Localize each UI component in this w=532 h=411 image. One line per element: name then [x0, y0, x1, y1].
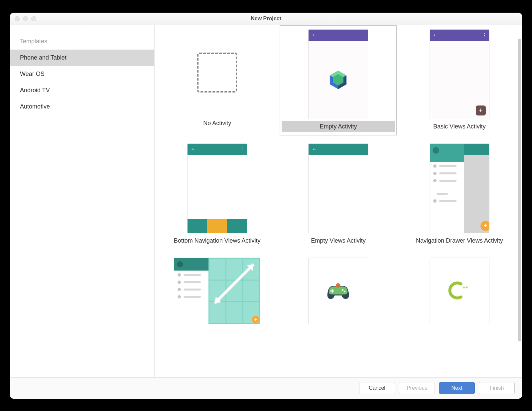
titlebar: New Project: [10, 13, 522, 25]
cancel-button[interactable]: Cancel: [359, 382, 395, 394]
template-label: Bottom Navigation Views Activity: [174, 235, 261, 246]
templates-grid: No Activity ←: [159, 25, 518, 333]
thumbnail: ← ⋮: [187, 143, 247, 233]
fab-icon: +: [480, 221, 489, 231]
compose-logo-icon: [327, 69, 349, 91]
templates-sidebar: Templates Phone and Tablet Wear OS Andro…: [10, 25, 155, 377]
thumbnail: +: [430, 143, 489, 233]
thumbnail: ←: [308, 143, 368, 233]
sidebar-item-phone-and-tablet[interactable]: Phone and Tablet: [10, 50, 154, 66]
overflow-menu-icon: ⋮: [239, 148, 244, 151]
sidebar-item-automotive[interactable]: Automotive: [10, 99, 154, 115]
fab-icon: +: [476, 105, 486, 115]
thumbnail: ← ⋮ +: [430, 29, 489, 119]
mock-body: [188, 155, 247, 219]
mock-appbar: ← ⋮: [430, 30, 489, 41]
sidebar-header: Templates: [10, 35, 154, 50]
template-card-navigation-drawer[interactable]: + Navigation Drawer Views Activity: [401, 139, 518, 250]
minimize-window-button[interactable]: [23, 16, 28, 21]
template-label: Empty Views Activity: [311, 235, 366, 246]
template-label: No Activity: [203, 118, 231, 129]
thumbnail: +: [174, 258, 260, 324]
svg-text:++: ++: [463, 284, 468, 290]
mock-bottom-nav: [188, 219, 247, 233]
window-controls: [15, 16, 36, 21]
thumbnail: ++: [430, 258, 489, 324]
template-card-game[interactable]: [280, 254, 397, 333]
thumbnail: ←: [308, 29, 368, 119]
template-card-empty-activity[interactable]: ←: [280, 25, 397, 135]
window-title: New Project: [10, 16, 522, 22]
back-arrow-icon: ←: [433, 32, 439, 39]
vertical-scrollbar[interactable]: [518, 39, 521, 341]
zoom-window-button[interactable]: [31, 16, 36, 21]
template-label: Empty Activity: [282, 121, 395, 132]
mock-body: [309, 155, 368, 233]
back-arrow-icon: ←: [311, 146, 317, 153]
sidebar-item-wear-os[interactable]: Wear OS: [10, 66, 154, 82]
template-card-empty-views[interactable]: ← Empty Views Activity: [280, 139, 397, 250]
finish-button[interactable]: Finish: [479, 382, 515, 394]
previous-button[interactable]: Previous: [399, 382, 435, 394]
svg-point-10: [342, 289, 343, 291]
mock-appbar: ←: [309, 144, 368, 155]
mock-appbar: ← ⋮: [188, 144, 247, 155]
next-button[interactable]: Next: [439, 382, 475, 394]
content: Templates Phone and Tablet Wear OS Andro…: [10, 25, 522, 377]
template-card-basic-views[interactable]: ← ⋮ + Basic Views Activity: [401, 25, 518, 135]
template-card-no-activity[interactable]: No Activity: [159, 25, 276, 135]
svg-rect-9: [330, 290, 334, 291]
mock-content-behind: +: [464, 144, 489, 233]
template-card-responsive[interactable]: +: [159, 254, 276, 333]
svg-point-11: [344, 291, 345, 292]
template-card-cpp[interactable]: ++: [401, 254, 518, 333]
svg-point-7: [336, 283, 341, 288]
template-card-bottom-navigation[interactable]: ← ⋮ Bottom Navigation Views Activity: [159, 139, 276, 250]
mock-detail-pane: +: [208, 258, 260, 324]
back-arrow-icon: ←: [190, 146, 196, 153]
gamepad-icon: [323, 279, 353, 303]
mock-body: +: [430, 41, 489, 119]
no-activity-icon: [197, 53, 237, 93]
back-arrow-icon: ←: [311, 32, 317, 39]
sidebar-item-android-tv[interactable]: Android TV: [10, 82, 154, 99]
overflow-menu-icon: ⋮: [482, 34, 486, 37]
templates-scroll[interactable]: No Activity ←: [155, 25, 522, 340]
new-project-window: New Project Templates Phone and Tablet W…: [10, 13, 522, 399]
thumbnail: [308, 258, 368, 324]
mock-appbar: ←: [309, 30, 368, 41]
cpp-icon: ++: [445, 279, 474, 303]
mock-body: [309, 41, 368, 119]
mock-drawer: [430, 144, 464, 233]
close-window-button[interactable]: [15, 16, 20, 21]
fab-icon: +: [252, 316, 259, 323]
wizard-footer: Cancel Previous Next Finish: [10, 377, 522, 399]
template-label: Basic Views Activity: [433, 121, 486, 132]
templates-panel: No Activity ←: [155, 25, 522, 377]
template-label: Navigation Drawer Views Activity: [416, 235, 503, 246]
mock-list-pane: [174, 258, 208, 324]
